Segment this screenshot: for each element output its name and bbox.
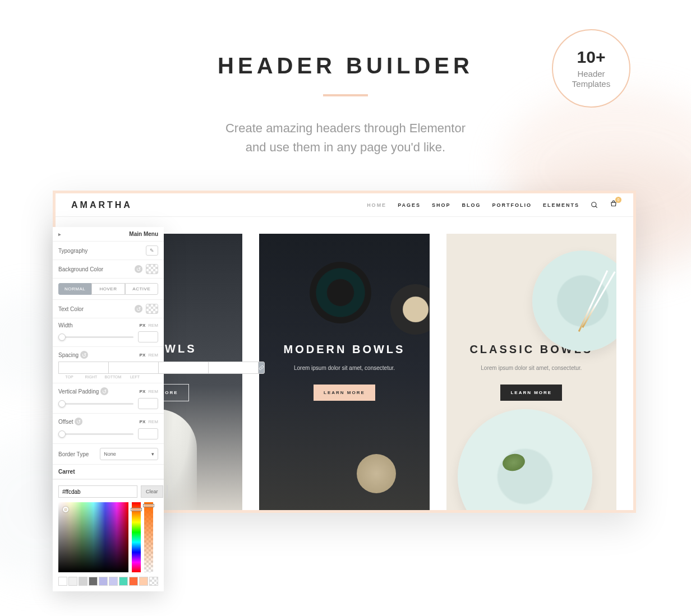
reset-icon[interactable]: ↺ (135, 305, 142, 313)
saturation-cursor[interactable] (63, 507, 68, 512)
learn-more-button[interactable]: LEARN MORE (500, 385, 562, 401)
preset-swatch-transparent[interactable] (149, 577, 158, 586)
control-label: Text Color (58, 306, 84, 312)
nav-blog[interactable]: BLOG (462, 202, 481, 208)
card-classic-bowls: CLASSIC BOWLS Lorem ipsum dolor sit amet… (446, 234, 616, 510)
plate-image (357, 454, 396, 493)
cart-count-badge: 0 (615, 197, 621, 203)
hue-cursor[interactable] (131, 508, 142, 511)
slider-track[interactable] (58, 403, 133, 405)
preset-swatch[interactable] (119, 577, 128, 586)
nav-home[interactable]: HOME (367, 202, 386, 208)
templates-count-badge: 10+ Header Templates (552, 29, 630, 108)
slider-thumb[interactable] (58, 400, 66, 407)
search-icon[interactable] (591, 201, 598, 209)
typography-edit-icon[interactable]: ✎ (146, 246, 158, 256)
unit-rem[interactable]: REM (148, 419, 158, 424)
subtitle-line: and use them in any page you'd like. (246, 140, 445, 154)
alpha-cursor[interactable] (143, 504, 154, 507)
preset-swatches (58, 577, 158, 586)
clear-button[interactable]: Clear (141, 485, 163, 498)
preset-swatch[interactable] (99, 577, 108, 586)
preview-header: AMARTHA HOME PAGES SHOP BLOG PORTFOLIO E… (56, 193, 633, 217)
nav-portfolio[interactable]: PORTFOLIO (492, 202, 532, 208)
width-control: Width PXREM (53, 318, 164, 347)
control-label: Offset ↺ (58, 418, 85, 425)
border-type-control: Border Type None▾ (53, 444, 164, 465)
badge-text: Header Templates (572, 69, 610, 89)
reset-icon[interactable]: ↺ (100, 387, 108, 395)
spacing-top-input[interactable] (58, 362, 108, 374)
card-modern-bowls: MODERN BOWLS Lorem ipsum dolor sit amet,… (259, 234, 429, 510)
preset-swatch[interactable] (58, 577, 67, 586)
border-type-select[interactable]: None▾ (100, 448, 158, 460)
plate-image (390, 284, 430, 335)
vpadding-input[interactable] (138, 398, 158, 409)
svg-line-1 (596, 206, 597, 207)
subtitle-line: Create amazing headers through Elementor (225, 121, 466, 135)
preset-swatch[interactable] (68, 577, 77, 586)
badge-number: 10+ (577, 48, 606, 67)
preset-swatch[interactable] (129, 577, 138, 586)
unit-px[interactable]: PX (140, 353, 146, 358)
main-nav: HOME PAGES SHOP BLOG PORTFOLIO ELEMENTS … (367, 200, 618, 210)
tab-hover[interactable]: HOVER (91, 283, 125, 295)
nav-shop[interactable]: SHOP (432, 202, 451, 208)
preset-swatch[interactable] (89, 577, 98, 586)
color-swatch[interactable] (146, 264, 158, 274)
unit-rem[interactable]: REM (148, 389, 158, 394)
slider-track[interactable] (58, 336, 133, 338)
reset-icon[interactable]: ↺ (135, 265, 142, 273)
learn-more-button[interactable]: LEARN MORE (314, 385, 375, 401)
typography-control: Typography ✎ (53, 242, 164, 260)
control-label: Vertical Padding ↺ (58, 387, 110, 395)
slider-track[interactable] (58, 433, 133, 435)
state-tabs: NORMAL HOVER ACTIVE (53, 279, 164, 300)
carret-section: Carret (53, 465, 164, 479)
unit-px[interactable]: PX (140, 323, 146, 328)
spacing-left-input[interactable] (208, 362, 258, 374)
side-label: BOTTOM (102, 375, 124, 379)
plate-image (532, 251, 616, 351)
spacing-bottom-input[interactable] (158, 362, 208, 374)
unit-px[interactable]: PX (140, 419, 146, 424)
panel-section-header[interactable]: Main Menu (53, 227, 164, 242)
brand-logo[interactable]: AMARTHA (71, 200, 132, 210)
tab-normal[interactable]: NORMAL (58, 283, 91, 295)
control-label: Border Type (58, 451, 89, 457)
card-subtitle: Lorem ipsum dolor sit amet, consectetur. (294, 365, 395, 371)
background-color-control: Background Color ↺ (53, 260, 164, 279)
link-values-icon[interactable] (258, 362, 265, 374)
text-color-control: Text Color ↺ (53, 300, 164, 318)
control-label: Width (58, 322, 73, 328)
color-swatch[interactable] (146, 304, 158, 314)
nav-pages[interactable]: PAGES (398, 202, 421, 208)
spacing-control: Spacing ↺ PXREM TOP RIGHT BOTTOM LEFT (53, 347, 164, 383)
reset-icon[interactable]: ↺ (80, 351, 88, 359)
offset-input[interactable] (138, 428, 158, 439)
card-subtitle: Lorem ipsum dolor sit amet, consectetur. (481, 365, 582, 371)
unit-rem[interactable]: REM (148, 323, 158, 328)
chevron-down-icon: ▾ (151, 451, 154, 457)
slider-thumb[interactable] (58, 334, 66, 341)
cart-icon[interactable]: 0 (610, 200, 618, 210)
preset-swatch[interactable] (139, 577, 148, 586)
nav-elements[interactable]: ELEMENTS (543, 202, 579, 208)
hex-input[interactable] (58, 485, 137, 498)
slider-thumb[interactable] (58, 430, 66, 438)
reset-icon[interactable]: ↺ (75, 418, 82, 425)
preset-swatch[interactable] (109, 577, 118, 586)
title-underline (323, 94, 368, 96)
unit-rem[interactable]: REM (148, 353, 158, 358)
unit-px[interactable]: PX (140, 389, 146, 394)
alpha-slider[interactable] (144, 502, 153, 572)
hue-slider[interactable] (132, 502, 141, 572)
side-label: RIGHT (80, 375, 102, 379)
spacing-right-input[interactable] (108, 362, 158, 374)
control-label: Typography (58, 248, 87, 254)
svg-point-0 (592, 202, 596, 206)
preset-swatch[interactable] (79, 577, 87, 586)
width-input[interactable] (138, 331, 158, 342)
tab-active[interactable]: ACTIVE (125, 283, 158, 295)
saturation-field[interactable] (58, 502, 128, 572)
